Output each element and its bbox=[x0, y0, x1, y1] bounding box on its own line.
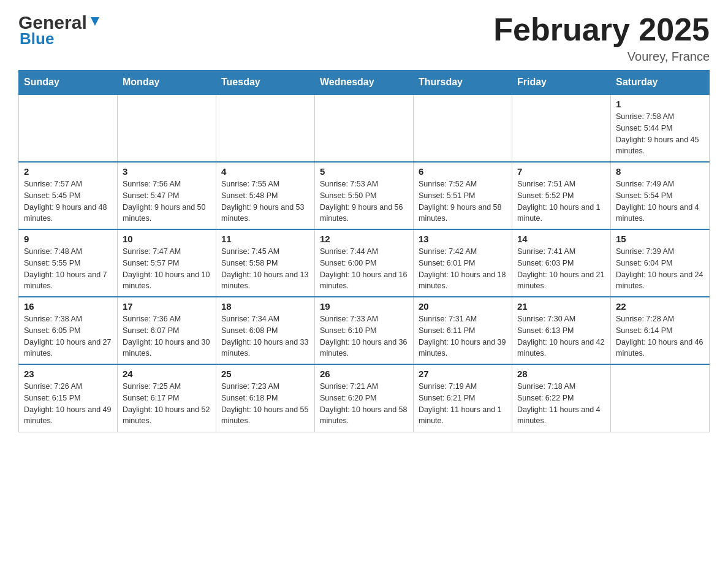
day-info: Sunrise: 7:36 AMSunset: 6:07 PMDaylight:… bbox=[123, 313, 211, 359]
day-number: 18 bbox=[221, 301, 309, 312]
calendar-header-wednesday: Wednesday bbox=[315, 71, 414, 95]
day-info: Sunrise: 7:34 AMSunset: 6:08 PMDaylight:… bbox=[221, 313, 309, 359]
day-number: 13 bbox=[419, 234, 507, 244]
day-info: Sunrise: 7:21 AMSunset: 6:20 PMDaylight:… bbox=[320, 381, 408, 427]
day-info: Sunrise: 7:30 AMSunset: 6:13 PMDaylight:… bbox=[517, 313, 605, 359]
day-info: Sunrise: 7:56 AMSunset: 5:47 PMDaylight:… bbox=[123, 178, 211, 224]
day-info: Sunrise: 7:52 AMSunset: 5:51 PMDaylight:… bbox=[419, 178, 507, 224]
day-info: Sunrise: 7:53 AMSunset: 5:50 PMDaylight:… bbox=[320, 178, 408, 224]
calendar-cell: 3Sunrise: 7:56 AMSunset: 5:47 PMDaylight… bbox=[118, 162, 216, 229]
calendar-header-sunday: Sunday bbox=[19, 71, 118, 95]
day-info: Sunrise: 7:51 AMSunset: 5:52 PMDaylight:… bbox=[517, 178, 605, 224]
day-info: Sunrise: 7:18 AMSunset: 6:22 PMDaylight:… bbox=[517, 381, 605, 427]
day-number: 17 bbox=[123, 301, 211, 312]
calendar-cell: 12Sunrise: 7:44 AMSunset: 6:00 PMDayligh… bbox=[315, 229, 414, 297]
calendar-cell: 15Sunrise: 7:39 AMSunset: 6:04 PMDayligh… bbox=[611, 229, 710, 297]
calendar-cell bbox=[611, 364, 710, 432]
calendar-cell: 26Sunrise: 7:21 AMSunset: 6:20 PMDayligh… bbox=[315, 364, 414, 432]
calendar-cell: 27Sunrise: 7:19 AMSunset: 6:21 PMDayligh… bbox=[414, 364, 512, 432]
calendar-cell bbox=[512, 94, 611, 162]
day-info: Sunrise: 7:58 AMSunset: 5:44 PMDaylight:… bbox=[616, 111, 704, 157]
day-number: 8 bbox=[616, 166, 704, 177]
calendar-table: SundayMondayTuesdayWednesdayThursdayFrid… bbox=[18, 70, 710, 432]
calendar-header-row: SundayMondayTuesdayWednesdayThursdayFrid… bbox=[19, 71, 710, 95]
day-number: 9 bbox=[24, 234, 112, 244]
calendar-cell: 16Sunrise: 7:38 AMSunset: 6:05 PMDayligh… bbox=[19, 297, 118, 364]
day-number: 6 bbox=[419, 166, 507, 177]
day-info: Sunrise: 7:26 AMSunset: 6:15 PMDaylight:… bbox=[24, 381, 112, 427]
day-number: 4 bbox=[221, 166, 309, 177]
day-number: 28 bbox=[517, 369, 605, 379]
calendar-cell: 6Sunrise: 7:52 AMSunset: 5:51 PMDaylight… bbox=[414, 162, 512, 229]
calendar-header-tuesday: Tuesday bbox=[216, 71, 315, 95]
day-number: 27 bbox=[419, 369, 507, 379]
day-number: 26 bbox=[320, 369, 408, 379]
calendar-week-row: 23Sunrise: 7:26 AMSunset: 6:15 PMDayligh… bbox=[19, 364, 710, 432]
day-number: 14 bbox=[517, 234, 605, 244]
calendar-cell: 10Sunrise: 7:47 AMSunset: 5:57 PMDayligh… bbox=[118, 229, 216, 297]
page-header: General Blue February 2025 Vourey, Franc… bbox=[18, 12, 710, 64]
day-info: Sunrise: 7:39 AMSunset: 6:04 PMDaylight:… bbox=[616, 246, 704, 292]
day-info: Sunrise: 7:49 AMSunset: 5:54 PMDaylight:… bbox=[616, 178, 704, 224]
logo: General Blue bbox=[18, 12, 102, 48]
day-info: Sunrise: 7:23 AMSunset: 6:18 PMDaylight:… bbox=[221, 381, 309, 427]
title-block: February 2025 Vourey, France bbox=[493, 12, 710, 64]
calendar-cell: 4Sunrise: 7:55 AMSunset: 5:48 PMDaylight… bbox=[216, 162, 315, 229]
day-number: 5 bbox=[320, 166, 408, 177]
calendar-cell: 14Sunrise: 7:41 AMSunset: 6:03 PMDayligh… bbox=[512, 229, 611, 297]
day-number: 12 bbox=[320, 234, 408, 244]
calendar-cell: 21Sunrise: 7:30 AMSunset: 6:13 PMDayligh… bbox=[512, 297, 611, 364]
calendar-cell: 19Sunrise: 7:33 AMSunset: 6:10 PMDayligh… bbox=[315, 297, 414, 364]
day-number: 15 bbox=[616, 234, 704, 244]
calendar-cell bbox=[118, 94, 216, 162]
calendar-cell: 28Sunrise: 7:18 AMSunset: 6:22 PMDayligh… bbox=[512, 364, 611, 432]
month-title: February 2025 bbox=[493, 12, 710, 47]
calendar-cell: 22Sunrise: 7:28 AMSunset: 6:14 PMDayligh… bbox=[611, 297, 710, 364]
calendar-week-row: 9Sunrise: 7:48 AMSunset: 5:55 PMDaylight… bbox=[19, 229, 710, 297]
day-number: 23 bbox=[24, 369, 112, 379]
day-info: Sunrise: 7:41 AMSunset: 6:03 PMDaylight:… bbox=[517, 246, 605, 292]
calendar-cell: 20Sunrise: 7:31 AMSunset: 6:11 PMDayligh… bbox=[414, 297, 512, 364]
calendar-cell: 23Sunrise: 7:26 AMSunset: 6:15 PMDayligh… bbox=[19, 364, 118, 432]
calendar-header-saturday: Saturday bbox=[611, 71, 710, 95]
day-info: Sunrise: 7:33 AMSunset: 6:10 PMDaylight:… bbox=[320, 313, 408, 359]
day-info: Sunrise: 7:45 AMSunset: 5:58 PMDaylight:… bbox=[221, 246, 309, 292]
day-info: Sunrise: 7:42 AMSunset: 6:01 PMDaylight:… bbox=[419, 246, 507, 292]
day-info: Sunrise: 7:55 AMSunset: 5:48 PMDaylight:… bbox=[221, 178, 309, 224]
calendar-cell bbox=[19, 94, 118, 162]
logo-blue-text: Blue bbox=[20, 29, 54, 48]
calendar-header-thursday: Thursday bbox=[414, 71, 512, 95]
day-info: Sunrise: 7:19 AMSunset: 6:21 PMDaylight:… bbox=[419, 381, 507, 427]
day-info: Sunrise: 7:48 AMSunset: 5:55 PMDaylight:… bbox=[24, 246, 112, 292]
day-number: 11 bbox=[221, 234, 309, 244]
calendar-cell: 25Sunrise: 7:23 AMSunset: 6:18 PMDayligh… bbox=[216, 364, 315, 432]
logo-triangle-icon bbox=[88, 15, 102, 28]
day-info: Sunrise: 7:25 AMSunset: 6:17 PMDaylight:… bbox=[123, 381, 211, 427]
calendar-cell: 11Sunrise: 7:45 AMSunset: 5:58 PMDayligh… bbox=[216, 229, 315, 297]
calendar-cell: 7Sunrise: 7:51 AMSunset: 5:52 PMDaylight… bbox=[512, 162, 611, 229]
day-number: 19 bbox=[320, 301, 408, 312]
calendar-cell bbox=[216, 94, 315, 162]
day-info: Sunrise: 7:57 AMSunset: 5:45 PMDaylight:… bbox=[24, 178, 112, 224]
calendar-cell: 18Sunrise: 7:34 AMSunset: 6:08 PMDayligh… bbox=[216, 297, 315, 364]
calendar-cell: 5Sunrise: 7:53 AMSunset: 5:50 PMDaylight… bbox=[315, 162, 414, 229]
calendar-week-row: 16Sunrise: 7:38 AMSunset: 6:05 PMDayligh… bbox=[19, 297, 710, 364]
calendar-cell: 9Sunrise: 7:48 AMSunset: 5:55 PMDaylight… bbox=[19, 229, 118, 297]
day-number: 25 bbox=[221, 369, 309, 379]
calendar-header-monday: Monday bbox=[118, 71, 216, 95]
calendar-cell: 17Sunrise: 7:36 AMSunset: 6:07 PMDayligh… bbox=[118, 297, 216, 364]
calendar-cell: 13Sunrise: 7:42 AMSunset: 6:01 PMDayligh… bbox=[414, 229, 512, 297]
calendar-header-friday: Friday bbox=[512, 71, 611, 95]
calendar-cell bbox=[414, 94, 512, 162]
day-info: Sunrise: 7:44 AMSunset: 6:00 PMDaylight:… bbox=[320, 246, 408, 292]
calendar-week-row: 2Sunrise: 7:57 AMSunset: 5:45 PMDaylight… bbox=[19, 162, 710, 229]
day-number: 24 bbox=[123, 369, 211, 379]
calendar-cell: 8Sunrise: 7:49 AMSunset: 5:54 PMDaylight… bbox=[611, 162, 710, 229]
day-number: 7 bbox=[517, 166, 605, 177]
day-number: 20 bbox=[419, 301, 507, 312]
day-number: 21 bbox=[517, 301, 605, 312]
day-number: 10 bbox=[123, 234, 211, 244]
day-number: 22 bbox=[616, 301, 704, 312]
calendar-week-row: 1Sunrise: 7:58 AMSunset: 5:44 PMDaylight… bbox=[19, 94, 710, 162]
day-number: 16 bbox=[24, 301, 112, 312]
